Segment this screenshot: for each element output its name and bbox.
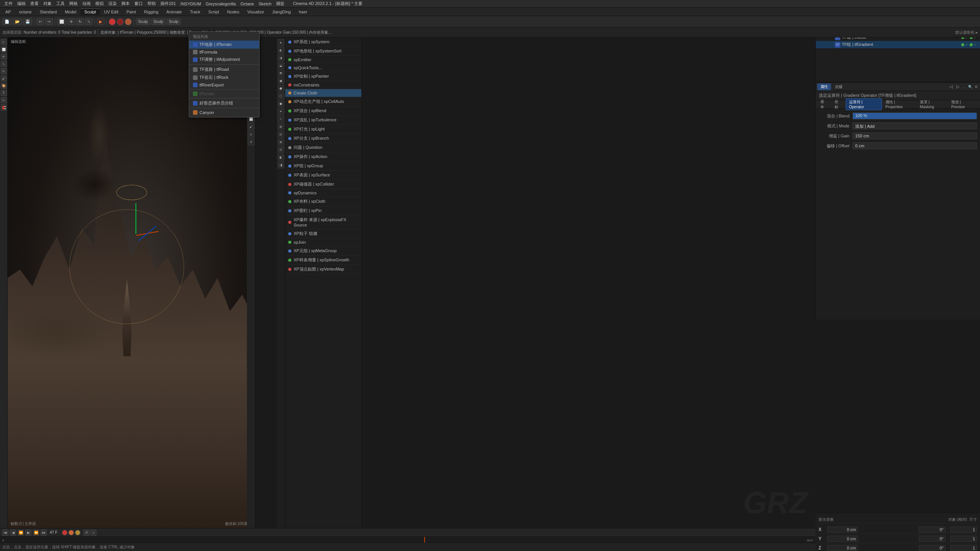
xp-item-19[interactable]: XP图钉 | xpPin (285, 206, 361, 215)
menu-mesh[interactable]: 网格 (67, 0, 80, 7)
xp-item-7[interactable]: XP动态生产组 | xpCellAuto (285, 97, 361, 106)
xp-item-22[interactable]: xpJoin (285, 238, 361, 246)
check-4b[interactable]: ✓ (974, 43, 977, 47)
tool-knife[interactable]: ✂ (1, 97, 7, 103)
dropdown-item-10[interactable]: 好形态操作员分组 (189, 99, 259, 107)
props-settings-icon[interactable]: ⚙ (974, 85, 978, 89)
menu-animate[interactable]: 动画 (80, 0, 93, 7)
particle-btn-4[interactable]: ◒ (278, 62, 284, 69)
particle-btn-16[interactable]: ◧ (278, 154, 284, 161)
xp-item-12[interactable]: 问题 | Question (285, 143, 361, 152)
tl-play-btn[interactable]: ▶ (25, 530, 31, 536)
particle-btn-3[interactable]: ◑ (278, 54, 284, 61)
menu-edit[interactable]: 编辑 (15, 0, 28, 7)
xp-item-2[interactable]: xpEmitter (285, 56, 361, 64)
xp-item-16[interactable]: XP碰撞器 | xpCollider (285, 180, 361, 189)
particle-btn-7[interactable]: ⬟ (278, 85, 284, 92)
particle-btn-14[interactable]: ⊠ (278, 139, 284, 145)
tab-visualize[interactable]: Visualize (243, 9, 268, 15)
sculpt-btn-restore[interactable]: ↺ (248, 139, 255, 145)
toolbar-sculpt-label-2[interactable]: Sculp (151, 18, 165, 25)
color-circle-red[interactable] (109, 18, 116, 25)
dropdown-item-6[interactable]: tfRiverExport (189, 82, 259, 88)
tl-step-back-btn[interactable]: ⏪ (18, 530, 24, 536)
tab-jiangding[interactable]: JiangDing (268, 9, 295, 15)
tab-script[interactable]: Script (204, 9, 223, 15)
menu-insydium[interactable]: INSYDIUM (178, 1, 203, 7)
xp-item-25[interactable]: XP顶点贴图 | xpVertexMap (285, 265, 361, 274)
tl-audio-btn[interactable]: ♪ (90, 530, 96, 536)
tool-rotate[interactable]: ↻ (1, 68, 7, 74)
dropdown-item-2[interactable]: TF调整 | tfAdjustment (189, 55, 259, 64)
tool-text[interactable]: T (1, 90, 7, 96)
sculpt-btn-paint[interactable]: 🖌 (248, 123, 255, 130)
tool-brush[interactable]: 🖌 (1, 75, 7, 82)
tl-start-btn[interactable]: ⏮ (2, 530, 8, 536)
particle-btn-13[interactable]: ⊟ (278, 131, 284, 138)
tab-paint[interactable]: Paint (122, 9, 140, 15)
props-subtab-preview[interactable]: 预览 | Preview (948, 99, 978, 110)
menu-help[interactable]: 帮助 (145, 0, 158, 7)
toolbar-undo-btn[interactable]: ↩ (36, 18, 44, 25)
dropdown-item-8[interactable]: tfTerrain (189, 90, 259, 97)
toolbar-rotate-btn[interactable]: ↻ (76, 18, 84, 25)
menu-simulate[interactable]: 模拟 (93, 0, 106, 7)
menu-file[interactable]: 文件 (2, 0, 15, 7)
props-tab-属性[interactable]: 属性 (817, 83, 831, 90)
tab-model[interactable]: Model (61, 9, 80, 15)
coord-scale-y[interactable]: 1 (950, 536, 977, 542)
xp-item-0[interactable]: XP系统 | xpSystem (285, 37, 361, 47)
xp-item-8[interactable]: XP混合 | xpBlend (285, 106, 361, 116)
xp-item-15[interactable]: XP表面 | xpSurface (285, 171, 361, 180)
dropdown-item-1[interactable]: tfFormula (189, 49, 259, 55)
coord-scale-x[interactable]: 1 (950, 527, 977, 533)
props-zoom-icon[interactable]: 🔍 (967, 85, 973, 89)
xp-item-14[interactable]: XP组 | xpGroup (285, 161, 361, 171)
xp-item-9[interactable]: XP混乱 | xpTurbulence (285, 116, 361, 125)
particle-btn-9[interactable]: ⬢ (278, 100, 284, 107)
check-4a[interactable]: ✓ (965, 43, 969, 47)
toolbar-select-btn[interactable]: ⬜ (57, 18, 66, 25)
menu-sketch[interactable]: Sketch (256, 1, 273, 7)
dropdown-item-5[interactable]: TF岩石 | tfRock (189, 73, 259, 82)
props-nav-back[interactable]: ◁ (948, 84, 954, 89)
tab-octane[interactable]: octane (15, 9, 36, 15)
props-tab-次级[interactable]: 次级 (832, 83, 846, 90)
particle-btn-6[interactable]: ▣ (278, 77, 284, 84)
particle-btn-1[interactable]: ● (278, 39, 284, 46)
coord-val-y[interactable]: 0 cm (827, 536, 858, 542)
coord-angle-y[interactable]: 0° (919, 536, 946, 542)
camera-label[interactable]: 默认摄影机 ▸ (956, 30, 978, 35)
particle-btn-12[interactable]: ⊞ (278, 123, 284, 130)
menu-octane[interactable]: Octane (238, 1, 256, 7)
toolbar-move-btn[interactable]: ✛ (67, 18, 75, 25)
tool-pointer[interactable]: ↖ (1, 39, 7, 45)
tab-haer[interactable]: haer (295, 9, 311, 15)
particle-btn-10[interactable]: ✦ (278, 108, 284, 115)
coord-angle-z[interactable]: 0° (919, 545, 946, 551)
rec-btn-yellow[interactable] (75, 530, 80, 535)
dropdown-item-0[interactable]: TF地形 | tfTerrain (189, 41, 259, 49)
xp-item-4[interactable]: XP绘制 | xpPainter (285, 72, 361, 81)
color-circle-brick[interactable] (125, 18, 132, 25)
tab-ap[interactable]: AP (2, 9, 15, 15)
rec-btn-red[interactable] (62, 530, 67, 535)
toolbar-scale-btn[interactable]: ⤡ (85, 18, 93, 25)
props-subtab-properties[interactable]: 属性 | Properties (882, 99, 916, 110)
particle-btn-2[interactable]: ◐ (278, 47, 284, 54)
dot-4b[interactable] (970, 43, 973, 46)
sculpt-btn-erase[interactable]: ⎚ (248, 131, 255, 138)
xp-item-17[interactable]: xpDynamics (285, 189, 361, 197)
tool-move[interactable]: ✛ (1, 54, 7, 60)
xp-item-6[interactable]: Create Cloth (285, 89, 361, 97)
menu-greyscale[interactable]: Greyscalegorilla (204, 1, 238, 7)
tl-end-btn[interactable]: ⏭ (41, 530, 47, 536)
menu-capture[interactable]: 捕捉 (274, 0, 286, 7)
coord-scale-z[interactable]: 1 (950, 545, 977, 551)
tab-track[interactable]: Track (186, 9, 204, 15)
timeline-playhead[interactable] (424, 537, 425, 543)
tool-select-rect[interactable]: ⬜ (1, 46, 7, 52)
dropdown-item-4[interactable]: TF道路 | tfRoad (189, 65, 259, 73)
tl-step-fwd-btn[interactable]: ⏩ (33, 530, 39, 536)
menu-view[interactable]: 查看 (28, 0, 41, 7)
